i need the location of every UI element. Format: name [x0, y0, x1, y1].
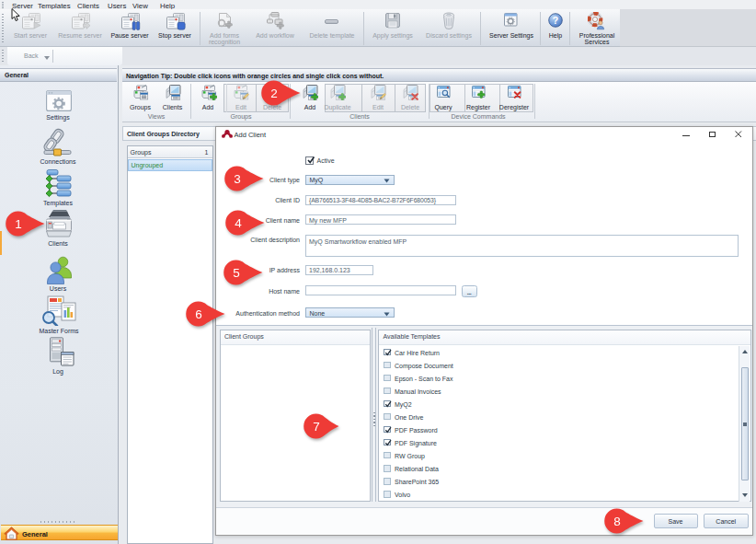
svg-text:2: 2 — [270, 86, 278, 99]
svg-text:6: 6 — [195, 307, 202, 321]
svg-text:?: ? — [553, 15, 558, 26]
svg-text:5: 5 — [233, 265, 240, 279]
svg-text:4: 4 — [235, 215, 242, 229]
svg-text:1: 1 — [15, 216, 22, 230]
svg-text:8: 8 — [613, 515, 621, 528]
svg-text:3: 3 — [234, 172, 241, 186]
svg-text:7: 7 — [313, 420, 320, 434]
